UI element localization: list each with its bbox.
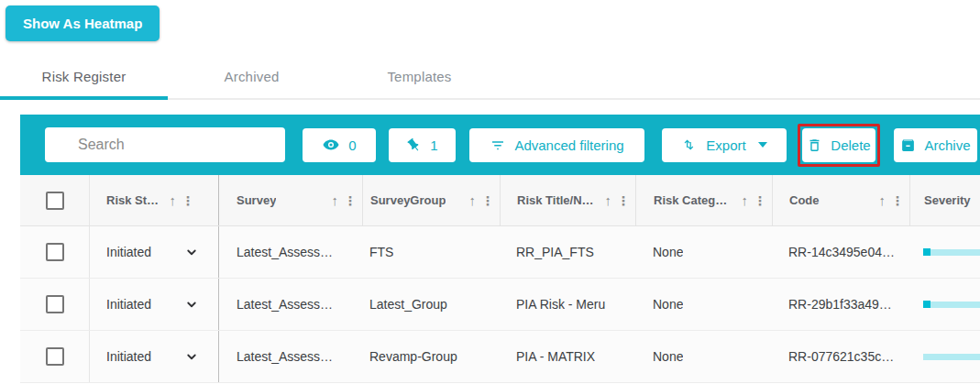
code-value: RR-14c3495e04…	[788, 245, 895, 259]
row-checkbox[interactable]	[46, 243, 64, 261]
tab-label: Risk Register	[42, 69, 127, 84]
survey-value: Latest_Assess…	[237, 349, 333, 364]
risk-status-cell[interactable]: Initiated	[89, 279, 218, 330]
tab-label: Templates	[387, 69, 451, 84]
risk-category-value: None	[653, 245, 683, 259]
row-checkbox[interactable]	[46, 295, 64, 313]
risk-title-value: PIA - MATRIX	[516, 349, 595, 364]
code-value: RR-077621c35c…	[788, 349, 894, 364]
risk-title-cell: RR_PIA_FTS	[500, 226, 635, 278]
severity-bar	[923, 331, 980, 382]
kebab-menu-icon[interactable]: ⋮	[481, 193, 494, 208]
table-header-row: Risk Status ↑⋮ Survey ↑⋮ SurveyGroup ↑⋮ …	[20, 175, 980, 226]
survey-cell: Latest_Assess…	[218, 279, 362, 330]
column-label: Risk Title/N…	[517, 193, 594, 207]
risk-title-cell: PIA Risk - Meru	[500, 279, 635, 330]
survey-value: Latest_Assess…	[237, 245, 333, 259]
delete-label: Delete	[831, 137, 870, 153]
severity-track	[930, 302, 980, 308]
severity-marker	[923, 248, 930, 256]
delete-button-highlight: Delete	[798, 124, 880, 167]
risk-category-cell: None	[635, 279, 772, 330]
survey-cell: Latest_Assess…	[218, 331, 362, 382]
advanced-filtering-label: Advanced filtering	[514, 137, 623, 153]
pinned-count-button[interactable]: 1	[389, 128, 456, 162]
table-row: Initiated Latest_Assess… Latest_Group PI…	[20, 279, 980, 331]
column-label: Severity	[924, 193, 971, 207]
chevron-down-icon[interactable]	[183, 348, 200, 365]
column-header-survey[interactable]: Survey ↑⋮	[218, 175, 362, 225]
show-as-heatmap-button[interactable]: Show As Heatmap	[6, 5, 160, 41]
row-checkbox[interactable]	[46, 347, 64, 366]
up-arrow-icon[interactable]: ↑	[170, 192, 177, 208]
tab-bar: Risk Register Archived Templates	[0, 53, 980, 100]
chevron-down-icon[interactable]	[183, 244, 200, 260]
chevron-down-icon	[758, 142, 767, 148]
risk-title-value: RR_PIA_FTS	[516, 245, 594, 259]
code-cell: RR-14c3495e04…	[772, 226, 909, 278]
survey-cell: Latest_Assess…	[218, 226, 362, 278]
export-button[interactable]: Export	[662, 128, 787, 162]
up-arrow-icon[interactable]: ↑	[879, 192, 886, 208]
kebab-menu-icon[interactable]: ⋮	[891, 193, 904, 208]
column-header-code[interactable]: Code ↑⋮	[772, 175, 909, 225]
severity-marker	[923, 301, 930, 308]
select-all-checkbox[interactable]	[46, 192, 64, 210]
code-value: RR-29b1f33a49…	[788, 297, 892, 312]
column-label: Code	[789, 193, 820, 207]
row-select-cell	[20, 226, 89, 278]
survey-value: Latest_Assess…	[237, 297, 333, 312]
code-cell: RR-077621c35c…	[772, 331, 909, 382]
filter-list-icon	[490, 137, 506, 153]
column-header-surveygroup[interactable]: SurveyGroup ↑⋮	[362, 175, 500, 225]
archive-box-icon	[900, 137, 916, 153]
severity-cell	[909, 331, 980, 382]
pushpin-icon	[403, 134, 425, 156]
risk-table: Risk Status ↑⋮ Survey ↑⋮ SurveyGroup ↑⋮ …	[20, 175, 980, 384]
risk-status-value: Initiated	[106, 297, 151, 312]
severity-bar	[923, 279, 980, 330]
up-arrow-icon[interactable]: ↑	[742, 192, 749, 208]
column-header-severity[interactable]: Severity	[909, 175, 980, 225]
visibility-icon	[322, 136, 340, 154]
severity-bar	[923, 226, 980, 278]
column-header-risk-status[interactable]: Risk Status ↑⋮	[89, 175, 218, 225]
up-arrow-icon[interactable]: ↑	[469, 192, 477, 208]
advanced-filtering-button[interactable]: Advanced filtering	[469, 128, 644, 162]
up-arrow-icon[interactable]: ↑	[332, 192, 339, 208]
chevron-down-icon[interactable]	[183, 296, 200, 313]
severity-cell	[909, 226, 980, 278]
risk-category-value: None	[653, 297, 683, 312]
visibility-count: 0	[348, 137, 356, 153]
up-arrow-icon[interactable]: ↑	[605, 192, 612, 208]
delete-button[interactable]: Delete	[802, 128, 875, 162]
kebab-menu-icon[interactable]: ⋮	[344, 193, 357, 208]
surveygroup-value: Revamp-Group	[369, 349, 457, 364]
risk-status-cell[interactable]: Initiated	[89, 226, 218, 278]
tab-label: Archived	[225, 69, 280, 84]
risk-status-value: Initiated	[106, 245, 151, 259]
tab-risk-register[interactable]: Risk Register	[0, 53, 168, 100]
kebab-menu-icon[interactable]: ⋮	[182, 193, 194, 208]
kebab-menu-icon[interactable]: ⋮	[754, 193, 766, 208]
table-row: Initiated Latest_Assess… Revamp-Group PI…	[20, 331, 980, 383]
tab-templates[interactable]: Templates	[336, 53, 503, 100]
column-header-risk-category[interactable]: Risk Categ… ↑⋮	[635, 175, 772, 225]
archive-button[interactable]: Archive	[894, 128, 977, 162]
surveygroup-cell: Latest_Group	[362, 279, 500, 330]
table-toolbar: 0 1 Advanced filtering	[20, 115, 980, 175]
visibility-count-button[interactable]: 0	[303, 128, 376, 162]
trash-icon	[807, 137, 822, 153]
risk-status-cell[interactable]: Initiated	[89, 331, 218, 382]
archive-label: Archive	[924, 137, 970, 153]
surveygroup-cell: FTS	[362, 226, 500, 278]
kebab-menu-icon[interactable]: ⋮	[617, 193, 630, 208]
risk-category-cell: None	[635, 331, 772, 382]
column-header-risk-title[interactable]: Risk Title/N… ↑⋮	[500, 175, 635, 225]
tab-archived[interactable]: Archived	[168, 53, 336, 100]
risk-status-value: Initiated	[106, 349, 151, 364]
table-row: Initiated Latest_Assess… FTS RR_PIA_FTS …	[20, 226, 980, 279]
risk-title-cell: PIA - MATRIX	[500, 331, 635, 382]
search-input[interactable]	[45, 127, 285, 162]
column-label: Survey	[237, 193, 276, 207]
